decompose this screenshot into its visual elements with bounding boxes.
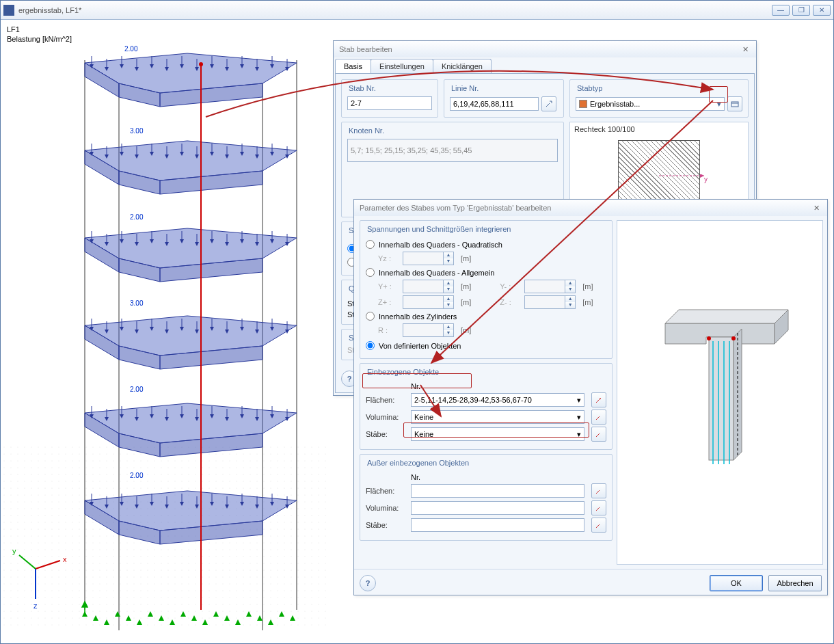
pick-volumina-icon[interactable] xyxy=(591,410,606,425)
main-window: ergebnisstab, LF1* — ❐ ✕ LF1 Belastung [… xyxy=(0,0,834,644)
volumina-select[interactable]: Keine▾ xyxy=(411,410,584,424)
linie-nr-input[interactable] xyxy=(450,97,539,111)
minimize-button[interactable]: — xyxy=(772,5,790,16)
dialog2-title-bar: Parameter des Stabes vom Typ 'Ergebnisst… xyxy=(354,200,827,216)
flaechen-select[interactable]: 2-5,11-14,25-28,39-42,53-56,67-70▾ xyxy=(411,393,584,407)
tab-einstellungen[interactable]: Einstellungen xyxy=(371,59,433,73)
pick-staebe-icon[interactable] xyxy=(591,427,606,442)
stab-nr-label: Stab Nr. xyxy=(346,84,379,92)
nr-label: Nr. xyxy=(411,382,420,390)
chevron-down-icon: ▾ xyxy=(577,413,581,422)
load-value: 2.00 xyxy=(130,472,143,479)
chevron-down-icon: ▾ xyxy=(717,100,721,109)
axis-x: x xyxy=(63,555,67,563)
stabtyp-edit-icon[interactable] xyxy=(727,96,742,111)
load-value: 2.00 xyxy=(124,45,137,53)
model-sketch: x y z xyxy=(3,22,331,637)
volumina-excl-input[interactable] xyxy=(411,501,584,515)
stab-nr-input[interactable] xyxy=(347,96,432,110)
tab-knicklaengen[interactable]: Knicklängen xyxy=(433,59,492,73)
opt-zylinder-label: Innerhalb des Zylinders xyxy=(379,312,457,321)
pick-flaechen-icon[interactable] xyxy=(591,392,606,407)
flaechen-label: Flächen: xyxy=(366,396,407,404)
nr-label: Nr. xyxy=(411,473,420,481)
pick-line-icon[interactable] xyxy=(541,96,556,111)
included-group-label: Einbezogene Objekte xyxy=(364,368,442,376)
yplus-label: Y+ : xyxy=(378,282,399,291)
opt-allgemein-radio[interactable] xyxy=(366,268,375,277)
preview-tsection-icon xyxy=(617,221,822,563)
dialog2-close-icon[interactable]: ✕ xyxy=(811,202,822,213)
flaechen-excl-input[interactable] xyxy=(411,484,584,498)
opt-quadratisch-radio[interactable] xyxy=(366,240,375,249)
dialog2-title: Parameter des Stabes vom Typ 'Ergebnisst… xyxy=(360,204,551,212)
load-value: 2.00 xyxy=(130,386,143,393)
integrate-group-label: Spannungen und Schnittgrößen integrieren xyxy=(364,225,513,233)
pick-volumina-excl-icon[interactable] xyxy=(591,500,606,515)
opt-objekte-label: Von definierten Objekten xyxy=(379,342,461,350)
excluded-group-label: Außer einbezogenen Objekten xyxy=(364,459,472,467)
staebe-excl-label: Stäbe: xyxy=(366,521,407,529)
svg-point-228 xyxy=(600,398,601,399)
volumina-value: Keine xyxy=(414,413,577,421)
stabtyp-label: Stabtyp xyxy=(574,84,605,92)
zplus-input xyxy=(403,295,444,309)
linie-nr-label: Linie Nr. xyxy=(448,84,481,92)
close-button[interactable]: ✕ xyxy=(813,5,831,16)
zminus-label: Z- : xyxy=(500,298,520,306)
opt-objekte-radio[interactable] xyxy=(366,341,375,350)
r-label: R : xyxy=(378,326,399,334)
dialog1-title: Stab bearbeiten xyxy=(339,45,392,53)
yz-label: Yz : xyxy=(378,254,399,263)
unit-m: [m] xyxy=(461,254,471,263)
axis-z: z xyxy=(33,602,38,610)
zplus-label: Z+ : xyxy=(378,298,399,306)
opt-quadratisch-label: Innerhalb des Quaders - Quadratisch xyxy=(379,241,502,249)
chevron-down-icon: ▾ xyxy=(577,396,581,405)
flaechen-value: 2-5,11-14,25-28,39-42,53-56,67-70 xyxy=(414,396,577,404)
stabtyp-select[interactable]: Ergebnisstab... ▾ xyxy=(576,97,725,111)
yminus-label: Y- : xyxy=(500,282,520,291)
r-input xyxy=(403,323,444,337)
main-title-bar: ergebnisstab, LF1* — ❐ ✕ xyxy=(1,1,833,20)
yminus-input xyxy=(524,280,565,293)
cancel-button[interactable]: Abbrechen xyxy=(768,575,822,591)
tab-basis[interactable]: Basis xyxy=(335,59,371,73)
pick-staebe-excl-icon[interactable] xyxy=(591,518,606,533)
load-value: 3.00 xyxy=(130,127,143,135)
svg-point-239 xyxy=(707,336,711,340)
load-value: 3.00 xyxy=(130,299,143,307)
svg-rect-225 xyxy=(731,102,738,107)
svg-point-199 xyxy=(199,62,203,66)
load-value: 2.00 xyxy=(130,213,143,221)
flaechen-excl-label: Flächen: xyxy=(366,487,407,495)
maximize-button[interactable]: ❐ xyxy=(792,5,810,16)
help-button[interactable]: ? xyxy=(360,575,376,591)
opt-zylinder-radio[interactable] xyxy=(366,312,375,321)
dialog-parameter: Parameter des Stabes vom Typ 'Ergebnisst… xyxy=(353,199,828,595)
stabtyp-value: Ergebnisstab... xyxy=(590,100,717,108)
yplus-input xyxy=(403,280,444,293)
parameter-preview xyxy=(617,220,823,565)
knoten-label: Knoten Nr. xyxy=(346,126,387,135)
chevron-down-icon: ▾ xyxy=(577,430,581,439)
opt-allgemein-label: Innerhalb des Quaders - Allgemein xyxy=(379,269,494,277)
staebe-excl-input[interactable] xyxy=(411,518,584,532)
window-title: ergebnisstab, LF1* xyxy=(18,6,772,14)
svg-marker-230 xyxy=(665,310,788,323)
knoten-input xyxy=(347,139,558,162)
volumina-label: Volumina: xyxy=(366,413,407,421)
staebe-value: Keine xyxy=(414,430,577,438)
app-icon xyxy=(3,5,14,16)
pick-flaechen-excl-icon[interactable] xyxy=(591,483,606,498)
yz-input xyxy=(403,252,444,265)
volumina-excl-label: Volumina: xyxy=(366,504,407,512)
svg-point-240 xyxy=(731,336,736,340)
axis-y: y xyxy=(12,547,16,555)
staebe-select[interactable]: Keine▾ xyxy=(411,427,584,441)
dialog1-title-bar: Stab bearbeiten ✕ xyxy=(334,41,756,57)
dialog1-close-icon[interactable]: ✕ xyxy=(740,44,751,55)
cross-section-label: Rechteck 100/100 xyxy=(574,125,635,133)
zminus-input xyxy=(524,295,565,309)
ok-button[interactable]: OK xyxy=(710,575,763,591)
